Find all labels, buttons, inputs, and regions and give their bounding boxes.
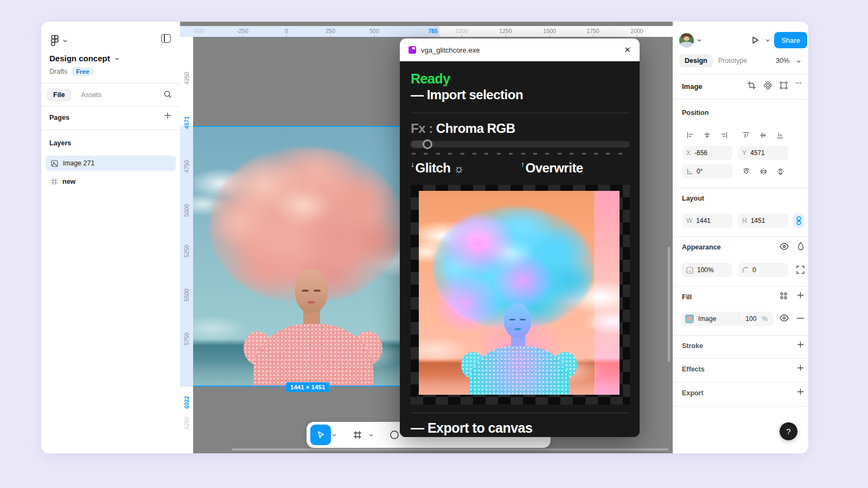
tab-file[interactable]: File — [47, 88, 72, 101]
share-button[interactable]: Share — [774, 32, 807, 48]
align-top-icon[interactable] — [743, 132, 750, 139]
ruler-label-active: 6022 — [183, 391, 190, 414]
eye-icon[interactable] — [780, 243, 789, 250]
fill-visibility-eye-icon[interactable] — [780, 314, 789, 322]
add-fill-icon[interactable] — [797, 292, 804, 299]
layers-section-label: Layers — [49, 139, 71, 147]
align-bottom-icon[interactable] — [776, 132, 783, 139]
layer-item-frame[interactable]: new — [46, 174, 176, 189]
glitch-preview-image[interactable] — [419, 191, 620, 395]
rotation-field[interactable]: 0° — [682, 164, 732, 178]
chevron-down-icon[interactable] — [115, 57, 119, 60]
avatar[interactable] — [679, 33, 694, 48]
rotate-icon[interactable] — [742, 168, 750, 176]
move-tool-button[interactable] — [310, 425, 331, 445]
chevron-down-icon[interactable] — [63, 40, 67, 42]
add-effect-icon[interactable] — [797, 364, 804, 371]
file-location[interactable]: Drafts — [49, 68, 67, 75]
blend-droplet-icon[interactable] — [797, 242, 804, 251]
plugin-window: vga_glitchcore.exe ✕ Ready — Import sele… — [400, 38, 640, 437]
flip-horizontal-icon[interactable] — [760, 168, 768, 175]
fill-row[interactable]: Image 100% — [682, 312, 773, 326]
fx-slider[interactable] — [411, 141, 630, 147]
plugin-titlebar[interactable]: vga_glitchcore.exe ✕ — [400, 38, 640, 61]
ruler-label: -250 — [237, 28, 248, 34]
plan-badge[interactable]: Free — [72, 67, 93, 76]
layer-item-image[interactable]: image 271 — [46, 156, 176, 171]
horizontal-scrollbar[interactable] — [232, 448, 668, 451]
export-to-canvas-button[interactable]: — Export to canvas — [411, 420, 532, 436]
search-icon[interactable] — [163, 90, 172, 99]
component-icon[interactable] — [764, 81, 772, 89]
x-position-field[interactable]: X -656 — [682, 146, 732, 160]
edit-object-icon[interactable] — [780, 81, 788, 89]
figma-logo-icon[interactable] — [50, 35, 59, 47]
width-value: 1441 — [696, 217, 711, 224]
more-options-icon[interactable]: ··· — [795, 79, 802, 87]
y-position-field[interactable]: Y 4571 — [738, 146, 788, 160]
toggle-sidebar-icon[interactable] — [161, 34, 171, 43]
align-left-icon[interactable] — [687, 132, 694, 139]
file-title[interactable]: Design concept — [49, 54, 119, 63]
flip-vertical-icon[interactable] — [777, 168, 784, 176]
close-icon[interactable]: ✕ — [624, 45, 631, 55]
fill-opacity-value[interactable]: 100 — [745, 315, 756, 323]
vertical-align-group[interactable] — [738, 128, 788, 142]
transform-group[interactable] — [738, 164, 788, 178]
tab-assets[interactable]: Assets — [75, 88, 108, 101]
ellipse-icon — [390, 430, 399, 440]
chevron-down-icon[interactable] — [697, 39, 701, 42]
opacity-field[interactable]: 100% — [682, 263, 732, 277]
pages-section-label[interactable]: Pages — [49, 114, 69, 121]
expand-icon[interactable] — [796, 266, 805, 274]
fx-title: Fx : Chroma RGB — [411, 121, 515, 136]
glitch-band — [595, 191, 620, 395]
width-field[interactable]: W 1441 — [682, 214, 732, 228]
present-play-icon[interactable] — [750, 35, 760, 45]
corner-radius-value: 0 — [752, 266, 756, 274]
frame-tool-button[interactable] — [347, 425, 368, 445]
glitch-mode-button[interactable]: ↓Glitch☼ — [411, 160, 464, 175]
align-right-icon[interactable] — [720, 132, 727, 139]
height-field[interactable]: H 1451 — [738, 214, 788, 228]
horizontal-align-group[interactable] — [682, 128, 732, 142]
add-stroke-icon[interactable] — [797, 341, 804, 348]
vertical-scrollbar[interactable] — [668, 247, 670, 362]
chevron-down-icon[interactable] — [369, 434, 373, 436]
chevron-down-icon[interactable] — [332, 434, 336, 436]
image-layer-icon — [51, 160, 58, 167]
fill-opacity-unit: % — [762, 315, 768, 323]
fill-image-thumbnail[interactable] — [685, 314, 694, 323]
fx-slider-knob[interactable] — [423, 139, 432, 149]
plugin-preview-checkerboard — [411, 185, 630, 404]
left-sidebar: Design concept Drafts Free File Assets P… — [41, 22, 180, 453]
corner-radius-field[interactable]: 0 — [738, 263, 788, 277]
frame-icon — [353, 431, 362, 439]
magenta-glitch-overlay — [419, 191, 620, 395]
frame-layer-icon — [51, 178, 58, 185]
chevron-down-icon[interactable] — [765, 39, 770, 42]
position-section-label: Position — [682, 109, 709, 117]
horizontal-ruler: -500 -250 0 250 500 785 1000 1250 1500 1… — [180, 26, 673, 37]
remove-fill-icon[interactable] — [797, 318, 804, 319]
chevron-down-icon[interactable] — [796, 60, 801, 63]
constrain-proportions-toggle[interactable] — [793, 214, 804, 228]
add-export-icon[interactable] — [797, 388, 804, 395]
styles-grid-icon[interactable] — [780, 292, 788, 300]
overwrite-mode-button[interactable]: ↑Overwrite — [521, 160, 583, 176]
crop-icon[interactable] — [748, 81, 756, 89]
right-sidebar: Share Design Prototype 30% Image ··· Pos… — [673, 22, 808, 453]
floppy-disk-icon — [409, 46, 416, 54]
add-page-icon[interactable] — [164, 112, 171, 119]
tab-design[interactable]: Design — [679, 54, 713, 67]
ruler-selection-highlight — [180, 26, 439, 37]
plugin-status: Ready — [411, 71, 450, 87]
import-selection-button[interactable]: — Import selection — [411, 87, 523, 102]
canvas-image-layer[interactable] — [193, 126, 433, 387]
opacity-value: 100% — [697, 266, 714, 274]
zoom-level[interactable]: 30% — [776, 57, 789, 65]
align-v-center-icon[interactable] — [760, 132, 767, 139]
tab-prototype[interactable]: Prototype — [713, 54, 753, 67]
help-button[interactable]: ? — [780, 422, 797, 440]
align-h-center-icon[interactable] — [704, 132, 711, 139]
